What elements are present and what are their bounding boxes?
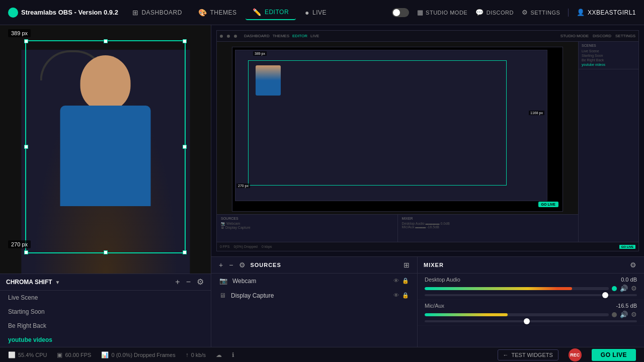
cpu-value: 55.4% CPU	[18, 352, 47, 358]
scene-item-starting-soon[interactable]: Starting Soon	[0, 305, 211, 319]
username: xxbeastgirl1	[588, 9, 636, 16]
desktop-gear-btn[interactable]: ⚙	[631, 285, 637, 292]
webcam-eye-btn[interactable]: 👁	[393, 278, 399, 284]
nested-dot-1	[220, 35, 223, 38]
mic-aux-db: -16.5 dB	[616, 303, 637, 309]
nested-bottom-strip: SOURCES 📷 Webcam 🖥 Display Capture MIXER…	[217, 214, 578, 242]
editor-inner: DASHBOARD THEMES EDITOR LIVE STUDIO MODE…	[216, 30, 639, 251]
toggle-bg[interactable]	[392, 8, 409, 17]
mic-vol-knob[interactable]	[524, 318, 530, 324]
nav-live[interactable]: ● LIVE	[298, 6, 334, 20]
preview-canvas: 389 px 270 px	[0, 25, 211, 274]
scene-item-brb[interactable]: Be Right Back	[0, 319, 211, 333]
nested-dim-w: 389 px	[253, 51, 267, 56]
mixer-mic-track: 🔊 ⚙	[425, 311, 637, 318]
scenes-chevron: ▼	[55, 280, 60, 285]
test-widgets-btn[interactable]: ← TEST WIDGETS	[498, 349, 558, 360]
kbps-status: ↑ 0 kb/s	[186, 351, 206, 358]
mic-bar-bg	[425, 313, 609, 316]
source-webcam[interactable]: 📷 Webcam 👁 🔒	[211, 274, 417, 288]
discord-btn[interactable]: 💬 DISCORD	[475, 9, 514, 16]
nested-dot-3	[234, 35, 237, 38]
remove-scene-btn[interactable]: −	[185, 278, 192, 286]
live-icon: ●	[305, 9, 309, 17]
app-title: Streamlabs OBS - Version 0.9.2	[21, 9, 118, 16]
nested-studio-mode: STUDIO MODE	[560, 34, 589, 38]
sources-add-btn[interactable]: +	[217, 261, 224, 269]
info-icon: ℹ	[232, 351, 234, 358]
display-eye-btn[interactable]: 👁	[393, 292, 399, 299]
info-status[interactable]: ℹ	[232, 351, 234, 358]
nested-nav-themes: THEMES	[273, 34, 289, 38]
mixer-desktop-track: 🔊 ⚙	[425, 285, 637, 292]
nested-dim-h: 270 px	[236, 184, 250, 188]
mixer-desktop-channel: Desktop Audio 0.0 dB 🔊 ⚙	[418, 274, 644, 300]
nested-ui: DASHBOARD THEMES EDITOR LIVE STUDIO MODE…	[217, 31, 638, 251]
scene-settings-btn[interactable]: ⚙	[196, 278, 205, 286]
toggle-wrap[interactable]	[392, 8, 409, 17]
studio-mode-btn[interactable]: ▦ STUDIO MODE	[417, 9, 468, 16]
desktop-mute-btn[interactable]: 🔊	[620, 285, 628, 292]
source-display[interactable]: 🖥 Display Capture 👁 🔒	[211, 288, 417, 303]
nav-editor[interactable]: ✏️ EDITOR	[246, 5, 296, 20]
settings-btn[interactable]: ⚙ SETTINGS	[522, 9, 560, 16]
fps-icon: ▣	[57, 351, 62, 358]
scenes-title[interactable]: CHROMA SHIFT ▼	[6, 279, 60, 286]
editor-icon: ✏️	[253, 8, 262, 16]
logo-icon	[8, 8, 18, 18]
cloud-status[interactable]: ☁	[216, 351, 222, 358]
user-profile[interactable]: 👤 xxbeastgirl1	[577, 9, 636, 16]
sources-settings-btn[interactable]: ⚙	[237, 261, 247, 269]
nav-dashboard[interactable]: ⊞ DASHBOARD	[125, 6, 189, 20]
preview-area[interactable]: 389 px 270 px	[0, 25, 211, 274]
nested-fps: 0 FPS	[220, 245, 229, 248]
scene-item-live[interactable]: Live Scene	[0, 291, 211, 305]
go-live-label: GO LIVE	[601, 351, 627, 358]
bottom-panels: + − ⚙ SOURCES ⊞ 📷 Webcam 👁 🔒 🖥 Di	[211, 256, 644, 347]
nested-go-live: GO LIVE	[538, 202, 558, 207]
mic-mute-btn[interactable]: 🔊	[620, 311, 628, 318]
user-icon: 👤	[577, 9, 585, 16]
sources-extra-btn[interactable]: ⊞	[402, 261, 411, 269]
dropped-status: 📊 0 (0.0%) Dropped Frames	[101, 351, 175, 358]
display-icon: 🖥	[219, 292, 226, 299]
editor-preview[interactable]: DASHBOARD THEMES EDITOR LIVE STUDIO MODE…	[211, 25, 644, 256]
display-name: Display Capture	[231, 292, 388, 299]
app-logo: Streamlabs OBS - Version 0.9.2	[8, 8, 118, 18]
mixer-mic-vol	[425, 320, 637, 322]
webcam-name: Webcam	[232, 278, 388, 285]
nav-themes[interactable]: 🎨 THEMES	[191, 6, 244, 20]
desktop-vol-knob[interactable]	[602, 292, 608, 298]
nested-body: 389 px 270 px 1168 px GO LIVE SOU	[217, 42, 638, 242]
person-container	[0, 25, 211, 274]
rec-btn[interactable]: REC	[569, 348, 582, 361]
kbps-icon: ↑	[186, 351, 189, 358]
left-panel: 389 px 270 px CHROMA SHIFT ▼ + − ⚙ Live …	[0, 25, 211, 347]
fps-status: ▣ 60.00 FPS	[57, 351, 91, 358]
scene-item-youtube[interactable]: youtube videos	[0, 333, 211, 347]
desktop-audio-db: 0.0 dB	[621, 277, 637, 283]
studio-mode-icon: ▦	[417, 9, 424, 16]
width-label: 389 px	[8, 29, 31, 37]
sources-panel: + − ⚙ SOURCES ⊞ 📷 Webcam 👁 🔒 🖥 Di	[211, 257, 418, 347]
mic-vol-track[interactable]	[425, 320, 637, 322]
dropped-value: 0 (0.0%) Dropped Frames	[111, 352, 175, 358]
arrow-left-icon: ←	[503, 352, 509, 358]
dropped-icon: 📊	[101, 351, 109, 358]
display-actions: 👁 🔒	[393, 292, 409, 299]
sources-title: SOURCES	[250, 262, 399, 268]
go-live-btn[interactable]: GO LIVE	[592, 349, 636, 361]
sources-remove-btn[interactable]: −	[227, 261, 234, 269]
studio-mode-label: STUDIO MODE	[426, 10, 467, 16]
mic-gear-btn[interactable]: ⚙	[631, 311, 637, 318]
webcam-lock-btn[interactable]: 🔒	[402, 278, 409, 284]
settings-icon: ⚙	[522, 9, 528, 16]
add-scene-btn[interactable]: +	[174, 278, 181, 286]
mixer-desktop-vol	[425, 294, 637, 296]
nested-canvas: 389 px 270 px 1168 px GO LIVE SOU	[217, 42, 578, 242]
mixer-mic-header: Mic/Aux -16.5 dB	[425, 303, 637, 309]
desktop-vol-track[interactable]	[425, 294, 637, 296]
person-body	[60, 106, 151, 206]
display-lock-btn[interactable]: 🔒	[402, 292, 409, 299]
mixer-settings-btn[interactable]: ⚙	[628, 261, 638, 269]
